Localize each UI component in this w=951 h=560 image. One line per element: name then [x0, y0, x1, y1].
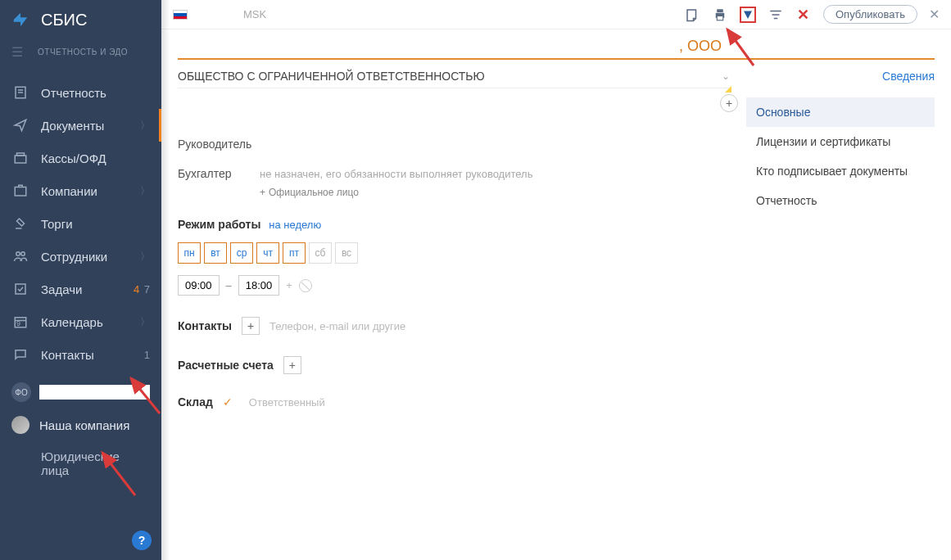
flag-ru-icon: [173, 10, 188, 20]
sidebar-item-company[interactable]: Компании〉: [0, 174, 161, 207]
accountant-label: Бухгалтер: [178, 167, 260, 180]
sidebar-item-label: Отчетность: [41, 86, 150, 100]
report-icon: [11, 85, 29, 100]
time-from[interactable]: 09:00: [178, 275, 220, 296]
sidebar-item-calendar[interactable]: 9Календарь〉: [0, 305, 161, 338]
svg-point-7: [21, 252, 25, 256]
city-label: MSK: [243, 8, 266, 20]
day-пт[interactable]: пт: [283, 242, 306, 264]
chevron-right-icon: 〉: [140, 184, 150, 198]
logo-row: СБИС: [0, 0, 161, 39]
svg-rect-3: [15, 156, 26, 163]
left-column: ОБЩЕСТВО С ОГРАНИЧЕННОЙ ОТВЕТСТВЕННОСТЬЮ…: [178, 70, 746, 409]
add-button[interactable]: +: [720, 94, 738, 112]
accountant-value: не назначен, его обязанности выполняет р…: [260, 168, 532, 180]
note-corner-icon: [725, 86, 731, 93]
svg-point-6: [16, 252, 20, 256]
chevron-down-icon[interactable]: ⌄: [722, 70, 730, 82]
time-add-icon[interactable]: +: [286, 279, 292, 291]
top-bar: MSK ✕ Опубликовать ✕: [161, 0, 951, 29]
day-вт[interactable]: вт: [204, 242, 227, 264]
warehouse-hint: Ответственный: [249, 396, 325, 409]
right-nav-item[interactable]: Лицензии и сертификаты: [746, 127, 935, 156]
content: , ООО ОБЩЕСТВО С ОГРАНИЧЕННОЙ ОТВЕТСТВЕН…: [161, 29, 951, 409]
note-icon[interactable]: [684, 7, 700, 23]
sidebar-item-label: Торги: [41, 217, 150, 231]
svg-rect-8: [16, 284, 25, 294]
sidebar-item-cash[interactable]: Кассы/ОФД: [0, 142, 161, 174]
warehouse-row: Склад ✓ Ответственный: [178, 395, 730, 409]
day-сб[interactable]: сб: [309, 242, 332, 264]
cash-icon: [11, 151, 29, 165]
delete-icon[interactable]: ✕: [795, 7, 812, 23]
company-icon: [11, 416, 29, 434]
svg-rect-12: [717, 9, 723, 12]
day-пн[interactable]: пн: [178, 242, 201, 264]
day-ср[interactable]: ср: [230, 242, 253, 264]
menu-icon[interactable]: ☰: [11, 44, 26, 60]
filter-icon[interactable]: [768, 7, 784, 23]
sidebar-item-label: Сотрудники: [41, 250, 140, 264]
time-dash: –: [226, 279, 232, 291]
user-row[interactable]: ФО: [0, 376, 161, 409]
sidebar-item-label: Документы: [41, 119, 140, 133]
contacts-row: Контакты + Телефон, e-mail или другие: [178, 317, 730, 335]
help-button[interactable]: ?: [132, 531, 152, 550]
day-вс[interactable]: вс: [335, 242, 358, 264]
chevron-right-icon: 〉: [140, 315, 150, 329]
sidebar-item-our-company[interactable]: Наша компания: [0, 409, 161, 441]
add-official-button[interactable]: Официальное лицо: [260, 187, 730, 198]
sidebar-item-auction[interactable]: Торги: [0, 207, 161, 240]
accounts-add-button[interactable]: +: [283, 356, 301, 374]
svg-rect-13: [717, 16, 723, 20]
logo-icon: [11, 11, 29, 29]
sidebar-item-label: Контакты: [41, 348, 144, 362]
company-title: , ООО: [178, 38, 935, 60]
sidebar-item-people[interactable]: Сотрудники〉: [0, 240, 161, 273]
close-icon[interactable]: ✕: [929, 7, 940, 22]
subtitle-row: ☰ ОТЧЕТНОСТЬ И ЭДО: [0, 39, 161, 71]
publish-button[interactable]: Опубликовать: [823, 5, 917, 24]
user-avatar: ФО: [11, 382, 31, 402]
accounts-row: Расчетные счета +: [178, 356, 730, 374]
sidebar: СБИС ☰ ОТЧЕТНОСТЬ И ЭДО ОтчетностьДокуме…: [0, 0, 161, 560]
accounts-label: Расчетные счета: [178, 359, 274, 372]
sidebar-item-tasks[interactable]: Задачи4 7: [0, 273, 161, 305]
check-icon[interactable]: ✓: [223, 395, 233, 409]
sidebar-item-label: Кассы/ОФД: [41, 151, 150, 165]
contacts-label: Контакты: [178, 319, 232, 332]
company-label: Наша компания: [39, 418, 129, 432]
time-clear-icon[interactable]: [299, 279, 312, 292]
day-чт[interactable]: чт: [256, 242, 279, 264]
subtitle-text: ОТЧЕТНОСТЬ И ЭДО: [38, 47, 128, 56]
people-icon: [11, 249, 29, 264]
user-name-box: [39, 385, 150, 400]
contacts-icon: [11, 347, 29, 362]
nav: ОтчетностьДокументы〉Кассы/ОФДКомпании〉То…: [0, 76, 161, 371]
right-column: Сведения ОсновныеЛицензии и сертификатыК…: [746, 70, 935, 409]
send-icon[interactable]: [740, 7, 756, 23]
right-nav-item[interactable]: Отчетность: [746, 186, 935, 215]
days-row: пнвтсрчтптсбвс: [178, 242, 730, 264]
time-to[interactable]: 18:00: [238, 275, 280, 296]
sidebar-item-send[interactable]: Документы〉: [0, 109, 161, 142]
right-nav-item[interactable]: Кто подписывает документы: [746, 156, 935, 186]
schedule-title: Режим работы на неделю: [178, 218, 730, 231]
sidebar-item-label: Задачи: [41, 282, 134, 296]
top-actions: ✕ Опубликовать ✕: [684, 5, 940, 24]
logo-text: СБИС: [41, 11, 87, 29]
sidebar-item-contacts[interactable]: Контакты1: [0, 338, 161, 371]
badge: 1: [144, 349, 150, 361]
time-row: 09:00 – 18:00 +: [178, 275, 730, 296]
schedule-link[interactable]: на неделю: [269, 219, 321, 231]
contacts-add-button[interactable]: +: [242, 317, 260, 335]
info-link[interactable]: Сведения: [746, 70, 935, 83]
sidebar-item-label: Компании: [41, 184, 140, 198]
right-nav-item[interactable]: Основные: [746, 97, 935, 127]
accountant-row: Бухгалтер не назначен, его обязанности в…: [178, 167, 730, 180]
sidebar-item-label: Календарь: [41, 315, 140, 329]
print-icon[interactable]: [712, 7, 728, 23]
sidebar-item-legal-entities[interactable]: Юридические лица: [0, 441, 161, 485]
main: MSK ✕ Опубликовать ✕ , ООО ОБЩЕСТВО С ОГ…: [161, 0, 951, 560]
sidebar-item-report[interactable]: Отчетность: [0, 76, 161, 109]
